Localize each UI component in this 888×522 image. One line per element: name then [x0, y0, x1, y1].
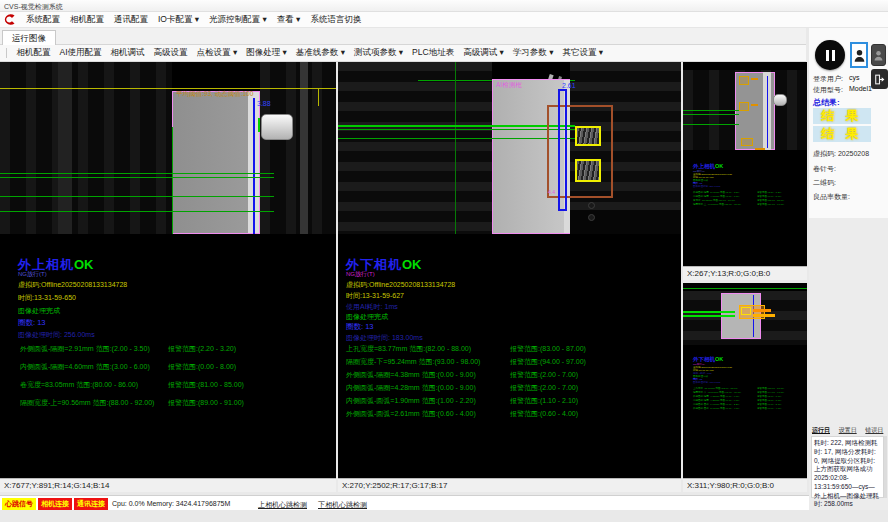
yellow-reference-tick — [318, 88, 319, 106]
tool-camera-debug[interactable]: 相机调试 — [106, 47, 149, 59]
yellow-detection-box — [741, 307, 751, 315]
measurement-text: 隔圈宽度-上=90.56mm 范围:(88.00 - 92.00) — [20, 399, 154, 407]
alarm-range-text: 报警范围:(89.00 - 91.00) — [168, 399, 244, 407]
alarm-range-text: 报警范围:(2.00 - 7.00) — [510, 384, 578, 392]
user-login-button[interactable] — [850, 42, 868, 68]
center-pixel-status: X:270;Y:2502;R:17;G:17;B:17 — [338, 478, 681, 492]
measurement-text: 隔圈宽度-上=90.56mm 范围:(88.00 - 92.00) — [693, 203, 741, 206]
process-time-text: 图像处理时间: 256.00ms — [18, 331, 95, 339]
measurement-text: 内侧圆弧-隔圈=4.28mm 范围:(0.00 - 9.00) — [346, 384, 476, 392]
log-scrollbar[interactable] — [884, 436, 887, 498]
camera-connect-badge: 相机连接 — [38, 498, 72, 510]
menu-bar: 系统配置 相机配置 通讯配置 IO卡配置 ▾ 光源控制配置 ▾ 查看 ▾ 系统语… — [0, 12, 888, 28]
tool-advanced-debug[interactable]: 高级调试 ▾ — [459, 47, 509, 59]
app-window: CVS-视觉检测系统 系统配置 相机配置 通讯配置 IO卡配置 ▾ 光源控制配置… — [0, 0, 888, 522]
process-time-text: 图像处理时间: 256.00ms — [693, 185, 807, 188]
ring-count-text: 圈数: 13 — [346, 323, 374, 331]
mini-panel-top: 外上相机OK NG放行(T) 虚拟码:Offline20250208133134… — [683, 62, 807, 280]
green-baseline — [338, 125, 575, 127]
camera-result-title: 外下相机OK — [346, 255, 422, 273]
yellow-tab-box — [575, 126, 601, 146]
model-label: 使用型号: — [813, 85, 843, 95]
measurement-text: 隔圈宽度-下=95.24mm 范围:(93.00 - 98.00) — [346, 358, 480, 366]
alarm-range-text: 报警范围:(0.60 - 4.00) — [510, 410, 578, 418]
tool-spot-check[interactable]: 点检设置 ▾ — [192, 47, 242, 59]
tool-camera-config[interactable]: 相机配置 — [12, 47, 55, 59]
alarm-range-text: 报警范围:(2.00 - 7.00) — [510, 371, 578, 379]
tool-test-params[interactable]: 测试项参数 ▾ — [349, 47, 407, 59]
alarm-range-text: 报警范围:(0.00 - 8.00) — [168, 363, 236, 371]
orange-label-mark — [753, 309, 771, 312]
model-value: Model1 — [849, 85, 872, 92]
alarm-range-text: 报警范围:(0.60 - 4.00) — [757, 407, 781, 410]
measurement-text: 卷宽度=83.05mm 范围:(80.00 - 86.00) — [693, 199, 735, 202]
toolbar-separator — [6, 48, 7, 58]
blue-measure-line — [253, 98, 255, 234]
pause-button[interactable] — [815, 40, 845, 70]
result-ok: OK — [715, 163, 723, 169]
exit-button[interactable] — [871, 69, 888, 89]
mini-panel-bottom: 外下相机OK NG放行(T) 虚拟码:Offline20250208133134… — [683, 283, 807, 492]
tool-baseline-params[interactable]: 基准线参数 ▾ — [291, 47, 349, 59]
measurement-text: 内侧圆弧-隔圈=4.28mm 范围:(0.00 - 9.00) — [693, 399, 739, 402]
tool-image-processing[interactable]: 图像处理 ▾ — [242, 47, 292, 59]
menu-item-language[interactable]: 系统语言切换 — [305, 14, 366, 26]
roller-object — [773, 94, 787, 106]
green-baseline — [338, 129, 575, 130]
orange-label-mark — [751, 78, 758, 80]
measurement-text: 外侧圆弧-圆弧=2.61mm 范围:(0.60 - 4.00) — [693, 407, 739, 410]
measurement-text: 外侧圆弧-圆弧=2.61mm 范围:(0.60 - 4.00) — [346, 410, 476, 418]
user-switch-button[interactable] — [871, 44, 886, 66]
left-camera-panel: 3.88 平均阈值:93, 动态阈值:100 外上相机OK NG放行(T) 虚拟… — [0, 62, 336, 492]
pink-roi-box — [172, 91, 260, 234]
tool-learning-params[interactable]: 学习参数 ▾ — [508, 47, 558, 59]
yield-count-label: 良品率数量: — [813, 192, 850, 202]
right-sidebar: 登录用户: cys 使用型号: Model1 总结果: 结 果 结 果 虚拟码:… — [809, 28, 888, 510]
mini-bottom-canvas[interactable]: 外下相机OK NG放行(T) 虚拟码:Offline20250208133134… — [683, 283, 807, 478]
menu-item-system-config[interactable]: 系统配置 — [21, 14, 65, 26]
small-magenta-label: 4.4 — [548, 190, 555, 196]
alarm-range-text: 报警范围:(94.00 - 97.00) — [510, 358, 586, 366]
ring-count-text: 圈数: 13 — [18, 319, 46, 327]
pause-icon — [826, 50, 829, 61]
ai-time-text: 使用AI耗时: 1ms — [346, 303, 398, 311]
needle-number-label: 卷针号: — [813, 164, 836, 174]
tool-advanced-settings[interactable]: 高级设置 — [149, 47, 192, 59]
machinery-dark-band — [570, 210, 681, 234]
orange-label-mark — [753, 314, 775, 317]
center-camera-panel: AI检测框 2.61 4.4 外下相机OK NG放行(T) 虚拟码:Offlin… — [338, 62, 681, 492]
measurement-text: 外侧圆弧-隔圈=4.38mm 范围:(0.00 - 9.00) — [346, 371, 476, 379]
log-text: 耗时: 222, 网络检测耗时: 17, 网络分发耗时: 0, 网络提取分区耗时… — [811, 436, 884, 498]
upper-camera-heartbeat-link[interactable]: 上相机心跳检测 — [258, 500, 307, 510]
roller-object — [261, 114, 293, 140]
mini-top-canvas[interactable]: 外上相机OK NG放行(T) 虚拟码:Offline20250208133134… — [683, 62, 807, 266]
menu-item-comm-config[interactable]: 通讯配置 — [109, 14, 153, 26]
tool-plc-address[interactable]: PLC地址表 — [408, 47, 459, 59]
alarm-range-text: 报警范围:(0.00 - 8.00) — [757, 195, 781, 198]
menu-item-view[interactable]: 查看 ▾ — [272, 14, 306, 26]
left-camera-canvas[interactable]: 3.88 平均阈值:93, 动态阈值:100 外上相机OK NG放行(T) 虚拟… — [0, 62, 336, 478]
machinery-background-left — [338, 62, 492, 234]
login-user-value: cys — [849, 74, 860, 81]
process-done-text: 图像处理完成 — [346, 313, 388, 321]
camera-name: 外上相机 — [18, 257, 74, 272]
orange-label-mark — [755, 148, 765, 150]
alarm-range-text: 报警范围:(81.00 - 85.00) — [757, 199, 784, 202]
lower-camera-heartbeat-link[interactable]: 下相机心跳检测 — [318, 500, 367, 510]
measurement-text: 外侧圆弧-隔圈=2.91mm 范围:(2.00 - 3.50) — [693, 191, 739, 194]
result-box-2: 结 果 — [813, 126, 871, 142]
camera-result-title: 外上相机OK — [18, 255, 94, 273]
blue-measure-value: 2.61 — [562, 82, 576, 90]
center-camera-canvas[interactable]: AI检测框 2.61 4.4 外下相机OK NG放行(T) 虚拟码:Offlin… — [338, 62, 681, 478]
ng-release-label: NG放行(T) — [346, 271, 375, 278]
menu-item-camera-config[interactable]: 相机配置 — [65, 14, 109, 26]
heartbeat-badge: 心跳信号 — [2, 498, 36, 510]
mini-top-pixel-status: X:267;Y:13;R:0;G:0;B:0 — [683, 266, 807, 280]
green-baseline — [683, 124, 739, 125]
tool-ai-config[interactable]: AI使用配置 — [55, 47, 106, 59]
menu-item-io-config[interactable]: IO卡配置 ▾ — [153, 14, 204, 26]
tool-other-settings[interactable]: 其它设置 ▾ — [558, 47, 608, 59]
measurement-text: 外侧圆弧-隔圈=4.38mm 范围:(0.00 - 9.00) — [693, 395, 739, 398]
blue-measure-box — [558, 89, 567, 211]
menu-item-light-config[interactable]: 光源控制配置 ▾ — [204, 14, 272, 26]
